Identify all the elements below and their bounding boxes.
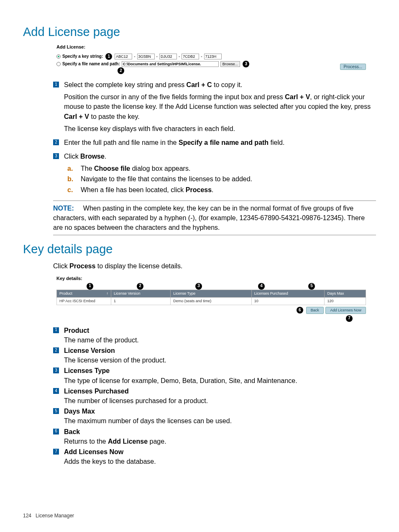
dash: - bbox=[156, 54, 158, 60]
desc-6-title: Back bbox=[64, 427, 376, 437]
cell-daysmax: 120 bbox=[325, 297, 366, 305]
step-badge-2: 2 bbox=[53, 139, 59, 145]
desc-1-body: The name of the product. bbox=[64, 335, 376, 345]
col-days-max[interactable]: Days Max bbox=[325, 290, 366, 297]
desc-7-title: Add Licenses Now bbox=[64, 447, 376, 457]
substep-a-letter: a. bbox=[67, 164, 75, 173]
desc-5-title: Days Max bbox=[64, 406, 376, 416]
label-file-path: Specify a file name and path: bbox=[62, 61, 120, 67]
desc-badge-7: 7 bbox=[53, 449, 59, 455]
key-field-3[interactable] bbox=[159, 54, 177, 59]
step-1-line-3: The license key displays with five chara… bbox=[64, 124, 376, 134]
radio-key-string[interactable] bbox=[56, 54, 61, 59]
key-field-1[interactable] bbox=[115, 54, 132, 59]
step-badge-3: 3 bbox=[53, 153, 59, 159]
desc-1-title: Product bbox=[64, 326, 376, 335]
add-license-title: Add License: bbox=[56, 44, 366, 51]
col-product[interactable]: Product ↑ bbox=[57, 290, 111, 297]
cell-product: HP Acc iSCSI Embed bbox=[57, 297, 111, 305]
process-button[interactable]: Process... bbox=[340, 64, 366, 70]
col-callout-4-icon: 4 bbox=[258, 283, 265, 290]
callout-3-icon: 3 bbox=[243, 61, 249, 67]
key-field-5[interactable] bbox=[204, 54, 222, 59]
note-body: When pasting in the complete key, the ke… bbox=[53, 205, 365, 231]
desc-4-title: Licenses Purchased bbox=[64, 386, 376, 396]
col-callout-3-icon: 3 bbox=[195, 283, 202, 290]
footer-page-number: 124 bbox=[23, 513, 31, 519]
col-license-type[interactable]: License Type bbox=[171, 290, 251, 297]
desc-badge-5: 5 bbox=[53, 408, 59, 414]
steps-list-1: 1 Select the complete key string and pre… bbox=[53, 80, 376, 195]
dash: - bbox=[201, 54, 202, 60]
cell-type: Demo (seats and time) bbox=[171, 297, 251, 305]
file-path-input[interactable] bbox=[122, 61, 219, 67]
heading-add-license-page: Add License page bbox=[23, 23, 376, 41]
step-3-text: Click Browse. bbox=[64, 152, 376, 161]
desc-3-body: The type of license for example, Demo, B… bbox=[64, 376, 376, 386]
add-licenses-now-button[interactable]: Add Licenses Now bbox=[325, 307, 366, 314]
callout-1-icon: 1 bbox=[105, 53, 112, 60]
col-callout-1-icon: 1 bbox=[87, 283, 93, 290]
page-footer: 124 License Manager bbox=[23, 512, 74, 519]
step-badge-1: 1 bbox=[53, 82, 59, 87]
footer-section: License Manager bbox=[36, 513, 74, 519]
callout-2-icon: 2 bbox=[118, 67, 124, 74]
browse-button[interactable]: Browse... bbox=[220, 61, 240, 67]
callout-7-icon: 7 bbox=[346, 315, 353, 322]
heading-key-details-page: Key details page bbox=[23, 240, 376, 258]
step-1-line-1: Select the complete key string and press… bbox=[64, 80, 376, 90]
key-field-2[interactable] bbox=[137, 54, 155, 59]
desc-badge-1: 1 bbox=[53, 327, 59, 333]
desc-5-body: The maximum number of days the licenses … bbox=[64, 416, 376, 426]
col-license-version[interactable]: License Version bbox=[111, 290, 171, 297]
cell-version: 1 bbox=[111, 297, 171, 305]
desc-badge-4: 4 bbox=[53, 388, 59, 394]
key-details-descriptions: 1ProductThe name of the product. 2Licens… bbox=[53, 326, 376, 467]
desc-2-body: The license version of the product. bbox=[64, 355, 376, 365]
dash: - bbox=[179, 54, 180, 60]
label-key-string: Specify a key string: bbox=[62, 54, 103, 60]
step-2-text: Enter the full path and file name in the… bbox=[64, 138, 376, 147]
substep-b-letter: b. bbox=[67, 174, 75, 184]
desc-badge-2: 2 bbox=[53, 347, 59, 353]
key-details-intro: Click Process to display the license det… bbox=[53, 261, 376, 271]
key-details-screenshot: Key details: 1 2 3 4 5 Product ↑ License… bbox=[56, 275, 366, 314]
sort-arrow-icon: ↑ bbox=[107, 291, 109, 296]
col-callout-5-icon: 5 bbox=[308, 283, 315, 290]
dash: - bbox=[134, 54, 135, 60]
step-1-line-2: Position the cursor in any of the five f… bbox=[64, 92, 376, 121]
add-license-screenshot: Add License: Specify a key string: 1 - -… bbox=[56, 44, 366, 67]
desc-7-body: Adds the keys to the database. bbox=[64, 457, 376, 466]
callout-6-icon: 6 bbox=[297, 307, 303, 314]
desc-4-body: The number of licenses purchased for a p… bbox=[64, 396, 376, 406]
note-label: NOTE: bbox=[53, 205, 74, 212]
col-licenses-purchased[interactable]: Licenses Purchased bbox=[251, 290, 325, 297]
substep-c-text: When a file has been located, click Proc… bbox=[81, 185, 214, 195]
cell-purchased: 10 bbox=[251, 297, 325, 305]
substep-b-text: Navigate to the file that contains the l… bbox=[81, 174, 252, 184]
note-block: NOTE:When pasting in the complete key, t… bbox=[53, 200, 376, 236]
key-details-title: Key details: bbox=[56, 275, 366, 282]
substep-c-letter: c. bbox=[67, 185, 75, 195]
col-callout-2-icon: 2 bbox=[137, 283, 143, 290]
back-button[interactable]: Back bbox=[306, 307, 324, 314]
key-field-4[interactable] bbox=[182, 54, 199, 59]
desc-3-title: Licenses Type bbox=[64, 366, 376, 375]
desc-2-title: License Version bbox=[64, 346, 376, 355]
substep-a-text: The Choose file dialog box appears. bbox=[81, 164, 190, 173]
desc-6-body: Returns to the Add License page. bbox=[64, 437, 376, 446]
key-details-table: Product ↑ License Version License Type L… bbox=[56, 290, 366, 305]
desc-badge-6: 6 bbox=[53, 429, 59, 434]
radio-file-path[interactable] bbox=[56, 62, 61, 66]
table-row: HP Acc iSCSI Embed 1 Demo (seats and tim… bbox=[57, 297, 366, 305]
desc-badge-3: 3 bbox=[53, 368, 59, 373]
